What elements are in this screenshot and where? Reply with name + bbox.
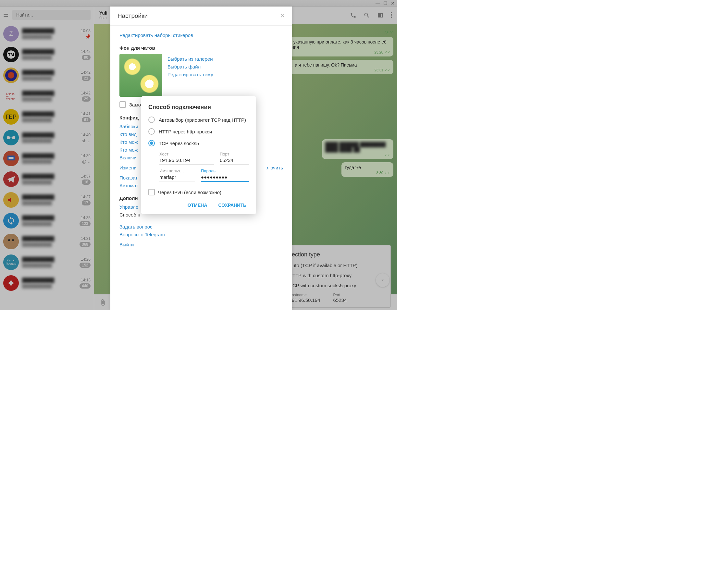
username-input[interactable] [159, 174, 195, 181]
modal-title: Способ подключения [148, 104, 249, 111]
ipv6-label: Через IPv6 (если возможно) [158, 190, 221, 195]
host-input[interactable] [159, 157, 214, 165]
ipv6-checkbox[interactable] [148, 189, 155, 195]
connection-option-socks5[interactable]: TCP через socks5 [148, 140, 249, 146]
cancel-button[interactable]: ОТМЕНА [185, 199, 210, 211]
radio-icon [148, 117, 155, 123]
connection-option-http[interactable]: HTTP через http-прокси [148, 128, 249, 135]
host-label: Хост [159, 152, 214, 156]
modal-backdrop: Способ подключения Автовыбор (приоритет … [0, 0, 397, 310]
port-input[interactable] [220, 157, 249, 165]
username-label: Имя польз… [159, 168, 195, 173]
radio-icon [148, 140, 155, 146]
password-input[interactable] [201, 174, 249, 182]
connection-modal: Способ подключения Автовыбор (приоритет … [141, 96, 256, 214]
radio-icon [148, 128, 155, 135]
port-label: Порт [220, 152, 249, 156]
password-label: Пароль [201, 168, 249, 173]
save-button[interactable]: СОХРАНИТЬ [216, 199, 249, 211]
connection-option-auto[interactable]: Автовыбор (приоритет TCP над HTTP) [148, 117, 249, 123]
